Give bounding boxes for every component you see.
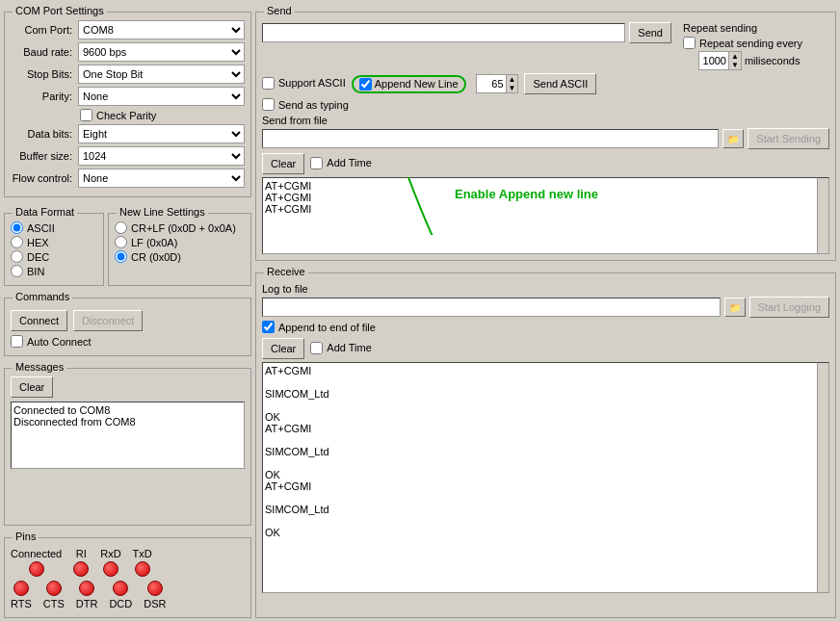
append-new-line-checkbox[interactable] xyxy=(359,78,372,91)
receive-title: Receive xyxy=(264,266,308,277)
pin-txd: TxD xyxy=(133,548,152,577)
flow-control-select[interactable]: None xyxy=(78,168,245,188)
support-ascii-label: Support ASCII xyxy=(278,77,346,89)
com-port-label: Com Port: xyxy=(11,24,78,36)
stop-bits-select[interactable]: One Stop Bit xyxy=(78,65,245,84)
send-add-time-label: Add Time xyxy=(327,157,371,168)
dsr-light xyxy=(147,581,163,596)
dec-label: DEC xyxy=(27,251,49,263)
send-title: Send xyxy=(264,5,295,16)
stop-bits-label: Stop Bits: xyxy=(11,68,78,80)
pin-dcd: DCD xyxy=(109,581,132,609)
recv-line-7 xyxy=(265,434,815,446)
ascii-down[interactable]: ▼ xyxy=(507,84,518,92)
messages-content: Connected to COM8 Disconnected from COM8 xyxy=(11,402,245,469)
parity-select[interactable]: None xyxy=(78,87,245,106)
recv-line-2 xyxy=(265,376,815,388)
ascii-label: ASCII xyxy=(27,222,55,234)
repeat-ms-input[interactable]: 1000 xyxy=(698,51,729,70)
pin-ri: RI xyxy=(73,548,89,577)
com-port-select[interactable]: COM8 xyxy=(78,20,245,39)
flow-control-label: Flow control: xyxy=(11,172,78,184)
send-file-browse-button[interactable]: 📁 xyxy=(722,129,744,148)
start-logging-button[interactable]: Start Logging xyxy=(749,297,829,318)
rts-label: RTS xyxy=(11,598,32,609)
append-to-file-checkbox[interactable] xyxy=(262,321,275,333)
cts-light xyxy=(46,581,62,596)
message-line-2: Disconnected from COM8 xyxy=(13,416,242,428)
data-bits-select[interactable]: Eight xyxy=(78,124,245,143)
check-parity-checkbox[interactable] xyxy=(80,109,92,121)
pin-connected: Connected xyxy=(11,548,62,577)
recv-line-5: OK xyxy=(265,411,815,423)
repeat-sending-checkbox[interactable] xyxy=(683,37,696,49)
txd-label: TxD xyxy=(133,548,152,559)
ri-label: RI xyxy=(76,548,87,559)
send-file-input[interactable] xyxy=(262,129,719,148)
newline-settings-title: New Line Settings xyxy=(117,206,208,218)
pin-dsr: DSR xyxy=(144,581,166,609)
send-input[interactable]: AT+CGMI xyxy=(262,23,625,42)
recv-line-4 xyxy=(265,400,815,411)
milliseconds-label: miliseconds xyxy=(745,55,800,66)
message-line-1: Connected to COM8 xyxy=(13,404,242,416)
dcd-light xyxy=(113,581,128,596)
send-clear-button[interactable]: Clear xyxy=(262,153,304,174)
messages-clear-button[interactable]: Clear xyxy=(11,376,53,398)
crlf-radio[interactable] xyxy=(115,221,127,234)
recv-line-10: OK xyxy=(265,469,815,480)
send-add-time-checkbox[interactable] xyxy=(310,157,323,169)
send-line-2: AT+CGMI xyxy=(265,192,815,203)
log-file-input[interactable] xyxy=(262,298,721,317)
receive-clear-button[interactable]: Clear xyxy=(262,338,304,359)
bin-label: BIN xyxy=(27,266,44,277)
send-as-typing-label: Send as typing xyxy=(278,99,349,111)
log-file-browse-button[interactable]: 📁 xyxy=(724,298,746,317)
baud-rate-label: Baud rate: xyxy=(11,46,78,58)
buffer-size-select[interactable]: 1024 xyxy=(78,146,245,166)
receive-scrollbar[interactable] xyxy=(818,362,829,593)
log-to-file-label: Log to file xyxy=(262,283,829,295)
ascii-radio[interactable] xyxy=(11,221,23,234)
recv-line-14 xyxy=(265,515,815,527)
send-button[interactable]: Send xyxy=(629,22,671,43)
disconnect-button[interactable]: Disconnect xyxy=(73,310,143,331)
connected-light xyxy=(29,561,44,577)
receive-add-time-checkbox[interactable] xyxy=(310,342,323,354)
crlf-label: CR+LF (0x0D + 0x0A) xyxy=(131,222,236,234)
send-as-typing-checkbox[interactable] xyxy=(262,98,275,111)
ascii-up[interactable]: ▲ xyxy=(507,75,518,84)
recv-line-13: SIMCOM_Ltd xyxy=(265,504,815,515)
repeat-every-label: Repeat sending every xyxy=(699,38,802,49)
start-sending-button[interactable]: Start Sending xyxy=(748,128,829,149)
dtr-light xyxy=(79,581,94,596)
com-port-settings-title: COM Port Settings xyxy=(13,5,107,16)
repeat-ms-down[interactable]: ▼ xyxy=(729,61,741,69)
repeat-ms-up[interactable]: ▲ xyxy=(729,52,741,61)
recv-line-3: SIMCOM_Ltd xyxy=(265,388,815,400)
cr-label: CR (0x0D) xyxy=(131,251,181,263)
rxd-label: RxD xyxy=(100,548,120,559)
commands-title: Commands xyxy=(13,291,72,302)
data-format-title: Data Format xyxy=(13,206,77,218)
append-new-line-label: Append New Line xyxy=(375,78,459,90)
send-content-area: AT+CGMI AT+CGMI AT+CGMI xyxy=(262,177,818,254)
bin-radio[interactable] xyxy=(11,265,23,277)
recv-line-11: AT+CGMI xyxy=(265,480,815,492)
send-ascii-button[interactable]: Send ASCII xyxy=(524,73,596,94)
connect-button[interactable]: Connect xyxy=(11,310,67,331)
lf-radio[interactable] xyxy=(115,236,127,248)
auto-connect-checkbox[interactable] xyxy=(11,335,23,348)
send-scrollbar[interactable] xyxy=(818,177,829,254)
auto-connect-label: Auto Connect xyxy=(27,336,92,348)
baud-rate-select[interactable]: 9600 bps xyxy=(78,42,245,62)
support-ascii-checkbox[interactable] xyxy=(262,77,275,90)
recv-line-9 xyxy=(265,457,815,469)
dec-radio[interactable] xyxy=(11,250,23,263)
hex-radio[interactable] xyxy=(11,236,23,248)
pin-rts: RTS xyxy=(11,581,32,609)
ri-light xyxy=(73,561,89,577)
receive-add-time-label: Add Time xyxy=(327,342,371,353)
ascii-value-input[interactable] xyxy=(476,74,507,93)
cr-radio[interactable] xyxy=(115,250,127,263)
